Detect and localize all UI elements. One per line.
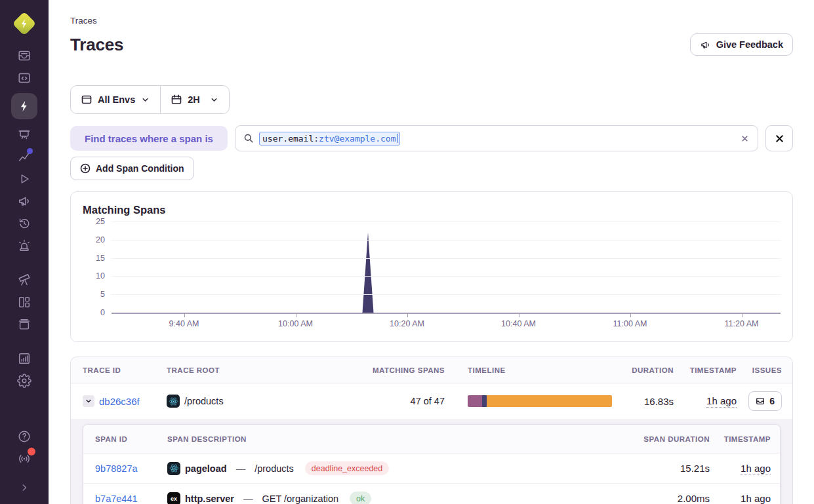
react-platform-icon (167, 462, 180, 475)
sidebar-item-explore[interactable] (0, 67, 49, 89)
notification-dot-blue (27, 148, 33, 154)
react-platform-icon (167, 395, 180, 408)
plus-circle-icon (80, 163, 91, 174)
y-tick-label: 0 (100, 308, 105, 317)
col-issues: ISSUES (752, 366, 782, 374)
page-filter-bar: All Envs 2H (70, 85, 230, 114)
y-tick-label: 5 (100, 290, 105, 299)
sidebar-item-metrics[interactable] (0, 145, 49, 168)
close-icon (774, 133, 785, 144)
col-trace-root: TRACE ROOT (167, 366, 369, 374)
time-range-filter[interactable]: 2H (161, 94, 229, 105)
col-span-duration: SPAN DURATION (643, 435, 710, 443)
trace-duration: 16.83s (644, 396, 674, 407)
environment-filter-label: All Envs (98, 94, 135, 105)
search-filter-token[interactable]: user.email:ztv@example.com (259, 132, 400, 145)
col-timestamp: TIMESTAMP (690, 366, 737, 374)
col-duration: DURATION (632, 366, 674, 374)
sentry-logo[interactable] (11, 10, 37, 37)
sidebar-item-replays[interactable] (0, 168, 49, 190)
col-timeline: TIMELINE (445, 366, 619, 374)
environment-filter[interactable]: All Envs (71, 94, 160, 105)
dashboard-grid-icon (17, 295, 31, 309)
traces-table-header: TRACE ID TRACE ROOT MATCHING SPANS TIMEL… (71, 357, 792, 383)
span-duration: 15.21s (680, 463, 710, 474)
x-tick-label: 10:20 AM (390, 319, 424, 328)
collapse-trace-button[interactable] (83, 395, 94, 407)
clear-search-button[interactable] (740, 134, 750, 144)
span-id-link[interactable]: b7a7e441 (95, 494, 167, 504)
sidebar-item-insights[interactable] (0, 123, 49, 145)
x-tick-label: 10:00 AM (278, 319, 313, 328)
megaphone-icon (17, 194, 31, 208)
sidebar-item-stats[interactable] (0, 347, 49, 370)
col-matching-spans: MATCHING SPANS (373, 366, 445, 374)
trace-id-link[interactable]: db26c36f (99, 396, 140, 407)
siren-icon (17, 239, 31, 253)
span-condition-label: Find traces where a span is (70, 126, 228, 151)
chart-title: Matching Spans (83, 204, 781, 216)
span-status-badge: deadline_exceeded (305, 461, 389, 475)
span-table: SPAN ID SPAN DESCRIPTION SPAN DURATION T… (83, 424, 781, 504)
archive-box-icon (17, 317, 31, 332)
y-tick-label: 25 (96, 217, 105, 226)
span-status-badge: ok (350, 492, 371, 504)
give-feedback-label: Give Feedback (716, 39, 783, 50)
y-tick-label: 15 (96, 254, 105, 263)
trace-issues-button[interactable]: 6 (748, 391, 782, 411)
span-row: 9b78827a pageload — /products deadline_e… (83, 454, 780, 484)
x-tick-label: 9:40 AM (169, 319, 199, 328)
separator: — (243, 494, 253, 504)
calendar-icon (171, 94, 182, 105)
code-folder-icon (17, 71, 31, 85)
inbox-tray-icon (17, 48, 31, 63)
chevron-down-icon (210, 96, 218, 104)
trace-issues-count: 6 (769, 396, 775, 406)
span-search-input[interactable]: user.email:ztv@example.com (235, 125, 758, 151)
trace-timeline-bar (468, 395, 612, 407)
chevron-down-icon (85, 397, 92, 405)
give-feedback-button[interactable]: Give Feedback (690, 33, 793, 56)
question-circle-icon (17, 429, 31, 444)
projector-icon (17, 127, 31, 142)
sidebar-item-feedback[interactable] (0, 190, 49, 212)
sidebar-item-discover[interactable] (0, 269, 49, 291)
sidebar-item-help[interactable] (0, 425, 49, 448)
close-icon (740, 134, 750, 144)
breadcrumb[interactable]: Traces (70, 0, 793, 26)
telescope-icon (17, 273, 31, 287)
add-span-condition-label: Add Span Condition (96, 163, 184, 174)
trace-timestamp: 1h ago (706, 395, 737, 408)
span-description: GET /organization (262, 494, 338, 504)
span-row: b7a7e441 ex http.server — GET /organizat… (83, 484, 780, 504)
chevron-down-icon (141, 96, 150, 104)
x-tick-label: 11:20 AM (725, 319, 759, 328)
span-op: pageload (185, 463, 227, 474)
sidebar-item-issues[interactable] (0, 45, 49, 67)
gear-icon (17, 374, 31, 388)
sidebar-item-projects[interactable] (0, 313, 49, 336)
page-title: Traces (70, 35, 123, 55)
play-icon (17, 172, 31, 186)
sidebar-item-dashboards[interactable] (0, 291, 49, 313)
main-content: Traces Traces Give Feedback All Envs 2H (49, 0, 814, 504)
span-id-link[interactable]: 9b78827a (95, 463, 167, 474)
traces-table: TRACE ID TRACE ROOT MATCHING SPANS TIMEL… (70, 357, 793, 504)
add-span-condition-button[interactable]: Add Span Condition (70, 157, 194, 180)
span-table-header: SPAN ID SPAN DESCRIPTION SPAN DURATION T… (83, 425, 780, 454)
sidebar-item-alerts[interactable] (0, 235, 49, 257)
remove-condition-button[interactable] (765, 125, 793, 151)
search-icon (243, 133, 254, 144)
lightning-icon (18, 100, 31, 113)
sidebar-item-traces[interactable] (11, 93, 37, 119)
x-tick-label: 11:00 AM (613, 319, 647, 328)
sidebar-item-settings[interactable] (0, 370, 49, 392)
sidebar-collapse-toggle[interactable] (0, 476, 49, 499)
sidebar-item-whats-new[interactable] (0, 448, 49, 470)
trace-row: db26c36f /products 47 of 47 16.83s 1h ag… (71, 383, 792, 419)
col-trace-id: TRACE ID (83, 366, 167, 374)
span-op: http.server (185, 494, 234, 504)
trace-root-label: /products (184, 396, 224, 406)
express-platform-icon: ex (167, 492, 180, 504)
sidebar-item-releases[interactable] (0, 212, 49, 235)
